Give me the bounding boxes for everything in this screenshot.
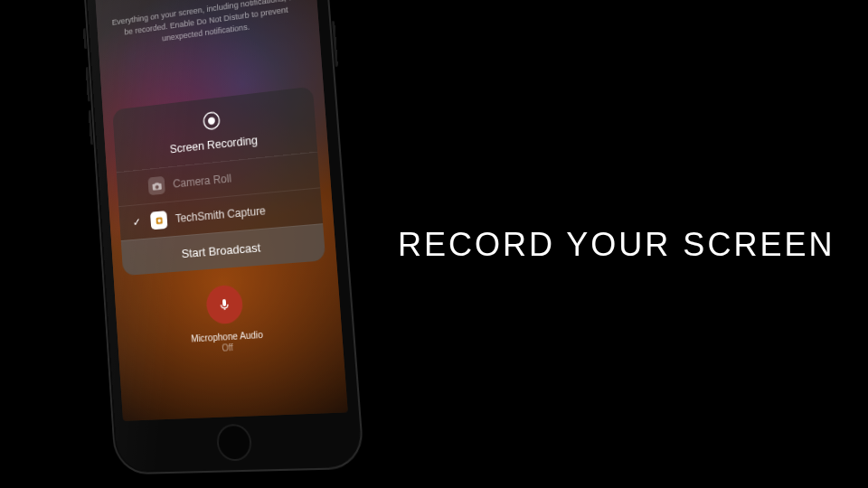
techsmith-icon — [150, 211, 168, 230]
recording-disclaimer: Everything on your screen, including not… — [111, 0, 303, 51]
checkmark-icon — [128, 187, 140, 188]
screen-recording-panel: Screen Recording Camera Roll ✓ — [112, 87, 326, 277]
phone-mockup: Everything on your screen, including not… — [86, 0, 348, 470]
option-label: TechSmith Capture — [175, 204, 267, 225]
page-headline: RECORD YOUR SCREEN — [398, 226, 835, 264]
camera-icon — [147, 176, 165, 195]
record-icon — [202, 110, 222, 132]
microphone-icon — [217, 296, 231, 312]
checkmark-icon: ✓ — [131, 216, 143, 230]
svg-point-1 — [208, 117, 215, 125]
phone-screen: Everything on your screen, including not… — [95, 0, 347, 421]
option-label: Camera Roll — [173, 172, 231, 190]
microphone-toggle-button[interactable] — [205, 285, 244, 325]
